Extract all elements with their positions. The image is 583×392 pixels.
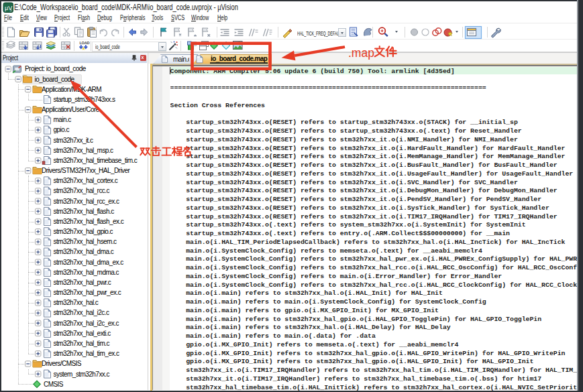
svg-text:.map: .map bbox=[348, 46, 374, 60]
